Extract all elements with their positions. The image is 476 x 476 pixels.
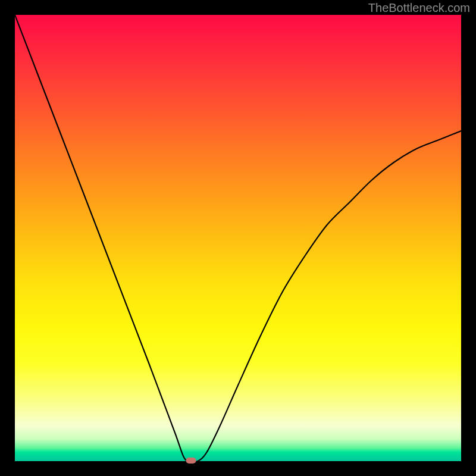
watermark-text: TheBottleneck.com	[368, 1, 470, 15]
optimal-point-marker	[186, 458, 196, 464]
plot-area	[15, 15, 461, 461]
frame: TheBottleneck.com	[0, 0, 476, 476]
bottleneck-curve	[15, 15, 461, 461]
